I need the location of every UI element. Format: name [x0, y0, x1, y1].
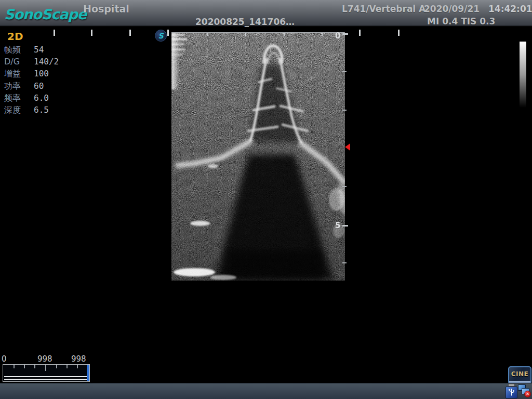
- usb-body: [506, 387, 517, 398]
- scrubber-tick: [77, 365, 78, 368]
- ruler-tick: [398, 30, 400, 36]
- param-row-depth: 深度 6.5: [4, 104, 59, 116]
- scrubber-tick: [24, 365, 25, 368]
- param-value: 100: [34, 68, 49, 79]
- param-label: 帧频: [4, 44, 34, 56]
- brand-logo: SonoScape: [4, 6, 86, 22]
- grayscale-bar: [520, 42, 526, 108]
- scrubber-tick: [56, 365, 57, 368]
- depth-tick: [342, 186, 347, 187]
- probe-marker-letter: S: [158, 32, 163, 40]
- param-value: 140/2: [34, 56, 59, 68]
- param-label: 功率: [4, 80, 34, 92]
- scrubber-tick: [66, 365, 68, 368]
- taskbar: [0, 383, 532, 399]
- usb-device-icon[interactable]: [506, 384, 517, 398]
- ultrasound-speckle-render: [171, 32, 345, 281]
- ultrasound-image[interactable]: [171, 32, 345, 281]
- date: 2020/09/21: [424, 4, 480, 14]
- depth-tick: [342, 33, 348, 35]
- scrubber-tick: [45, 365, 46, 371]
- param-label: 增益: [4, 68, 34, 79]
- usb-trident-glyph: [507, 388, 516, 397]
- ultrasound-console-screen: SonoScape Hospital 20200825_141706… L741…: [0, 0, 532, 399]
- param-value: 6.0: [34, 92, 49, 104]
- scrubber-tick: [14, 365, 15, 368]
- clock: 14:42:01: [488, 4, 532, 14]
- exam-id: 20200825_141706…: [195, 17, 295, 27]
- horizontal-ruler-line: [171, 32, 344, 33]
- mode-label: 2D: [7, 30, 23, 43]
- depth-tick: [342, 110, 347, 111]
- ruler-tick: [322, 33, 323, 36]
- param-value: 6.5: [34, 104, 49, 116]
- facility-name: Hospital: [83, 3, 129, 15]
- ruler-tick: [54, 30, 55, 36]
- param-row-dynamic-range: D/G 140/2: [4, 56, 59, 68]
- ruler-tick: [359, 30, 361, 36]
- imaging-parameters: 帧频 54 D/G 140/2 增益 100 功率 60 频率 6.0 深度 6…: [4, 44, 59, 116]
- cine-position-handle[interactable]: [87, 365, 89, 381]
- ruler-tick: [167, 30, 169, 36]
- ruler-tick: [91, 30, 92, 36]
- probe-preset: L741/Vertebral A: [342, 4, 425, 14]
- focus-depth-marker-icon: [345, 143, 350, 151]
- scrubber-track-line: [4, 376, 88, 380]
- depth-scale-top-label: 0: [335, 31, 340, 41]
- depth-tick: [342, 262, 347, 263]
- ruler-tick: [207, 33, 208, 36]
- acoustic-output-indices: MI 0.4 TIS 0.3: [427, 16, 495, 26]
- scrubber-tick: [34, 365, 35, 368]
- ruler-tick: [284, 33, 285, 36]
- ruler-tick: [245, 33, 246, 36]
- network-error-badge: ✕: [524, 391, 531, 397]
- network-disconnected-icon[interactable]: ✕: [518, 384, 531, 398]
- param-label: 深度: [4, 104, 34, 116]
- cine-button-label: CINE: [509, 367, 530, 381]
- depth-tick: [342, 225, 348, 227]
- depth-tick: [342, 71, 347, 72]
- cine-button[interactable]: CINE: [508, 366, 531, 384]
- param-value: 60: [34, 80, 44, 92]
- depth-scale-bottom-label: 5: [335, 221, 340, 230]
- ruler-tick: [129, 30, 131, 36]
- s-probe-marker-icon: S: [155, 30, 167, 42]
- header-bar: SonoScape Hospital 20200825_141706… L741…: [0, 0, 532, 27]
- cine-total-frames: 998: [71, 354, 86, 364]
- param-value: 54: [34, 44, 44, 56]
- cine-start-frame: 0: [2, 354, 7, 364]
- param-label: 频率: [4, 92, 34, 104]
- param-row-frequency: 频率 6.0: [4, 92, 59, 104]
- cine-scrubber[interactable]: [3, 364, 90, 382]
- cine-current-frame: 998: [37, 354, 52, 364]
- param-row-frame-rate: 帧频 54: [4, 44, 59, 56]
- param-row-gain: 增益 100: [4, 68, 59, 79]
- param-label: D/G: [4, 56, 34, 68]
- param-row-power: 功率 60: [4, 80, 59, 92]
